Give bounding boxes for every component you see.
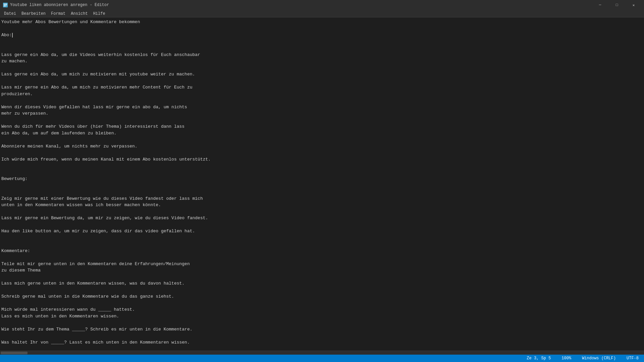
- cursor-position[interactable]: Ze 3, Sp 5: [525, 355, 553, 362]
- status-bar: Ze 3, Sp 5 100% Windows (CRLF) UTF-8: [0, 355, 644, 362]
- menu-item-format[interactable]: Format: [48, 10, 68, 17]
- close-button[interactable]: ✕: [626, 0, 641, 10]
- menu-bar: DateiBearbeitenFormatAnsichtHilfe: [0, 10, 644, 17]
- minimize-button[interactable]: ─: [592, 0, 608, 10]
- editor-icon: [3, 2, 8, 8]
- editor-content[interactable]: Youtube mehr Abos Bewertungen und Kommen…: [1, 19, 644, 351]
- scrollbar-thumb[interactable]: [1, 352, 28, 354]
- menu-item-bearbeiten[interactable]: Bearbeiten: [19, 10, 48, 17]
- title-bar-title: Youtube liken abonnieren anregen - Edito…: [10, 3, 109, 7]
- title-bar-controls[interactable]: ─ □ ✕: [592, 0, 641, 10]
- editor-area[interactable]: Youtube mehr Abos Bewertungen und Kommen…: [0, 17, 644, 351]
- line-ending[interactable]: Windows (CRLF): [580, 355, 618, 362]
- title-bar-left: Youtube liken abonnieren anregen - Edito…: [3, 2, 109, 8]
- menu-item-datei[interactable]: Datei: [1, 10, 19, 17]
- title-bar: Youtube liken abonnieren anregen - Edito…: [0, 0, 644, 10]
- text-cursor: [12, 33, 13, 38]
- scrollbar-track[interactable]: [1, 352, 643, 354]
- zoom-level[interactable]: 100%: [559, 355, 573, 362]
- horizontal-scrollbar[interactable]: [0, 351, 644, 355]
- menu-item-hilfe[interactable]: Hilfe: [91, 10, 108, 17]
- restore-button[interactable]: □: [609, 0, 625, 10]
- encoding[interactable]: UTF-8: [625, 355, 641, 362]
- menu-item-ansicht[interactable]: Ansicht: [68, 10, 90, 17]
